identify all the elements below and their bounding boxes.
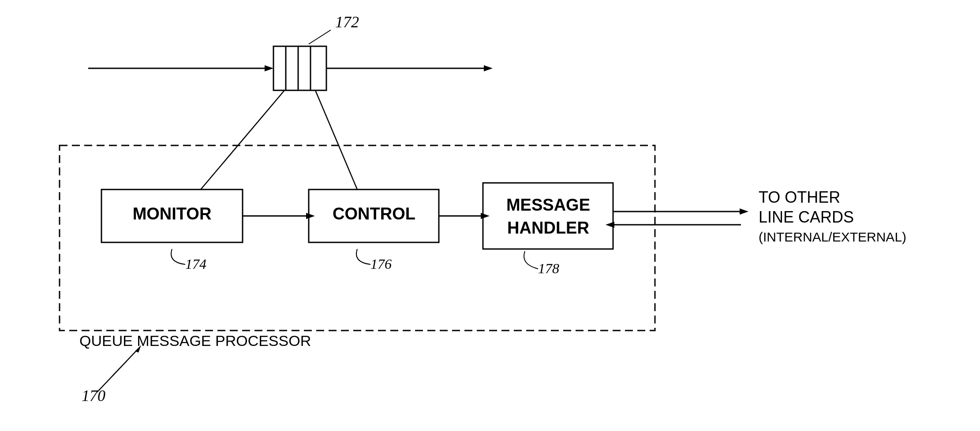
to-other-label-1: TO OTHER (759, 188, 840, 206)
control-label: CONTROL (333, 204, 415, 223)
ref-174-label: 174 (185, 256, 206, 272)
message-handler-label-1: MESSAGE (506, 196, 590, 214)
svg-rect-15 (483, 183, 613, 249)
ref-172-label: 172 (335, 13, 359, 31)
monitor-label: MONITOR (133, 204, 212, 223)
ref-170-label: 170 (82, 387, 105, 405)
ref-178-label: 178 (538, 260, 559, 276)
diagram-container: 172 MONITOR CONTROL MESSAGE HANDLER (0, 0, 980, 431)
to-other-label-2: LINE CARDS (759, 208, 854, 226)
queue-message-processor-label: QUEUE MESSAGE PROCESSOR (79, 332, 311, 349)
ref-176-label: 176 (370, 256, 392, 272)
to-other-label-3: (INTERNAL/EXTERNAL) (759, 230, 906, 244)
svg-rect-4 (273, 46, 326, 90)
message-handler-label-2: HANDLER (507, 219, 589, 237)
